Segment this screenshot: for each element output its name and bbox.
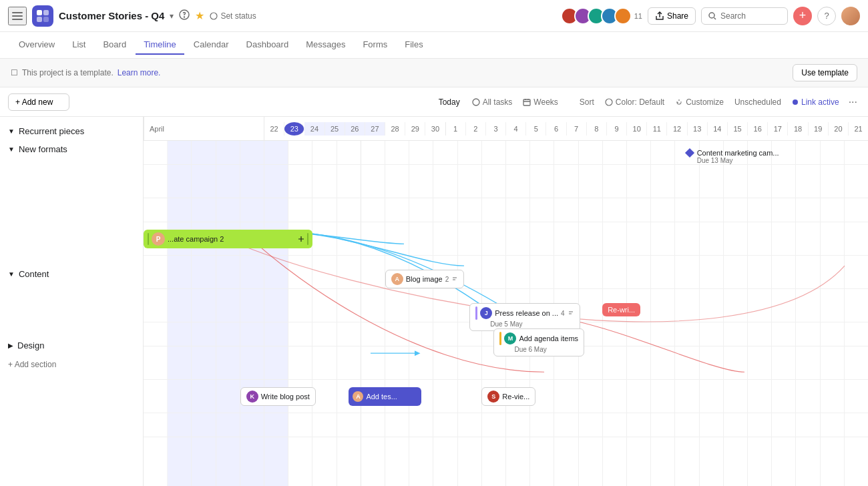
add-agenda-card[interactable]: M Add agenda items Due 6 May xyxy=(493,328,584,356)
tab-dashboard[interactable]: Dashboard xyxy=(238,35,297,55)
title-chevron[interactable]: ▾ xyxy=(170,11,174,21)
link-active-button[interactable]: Link active xyxy=(788,95,843,109)
tab-files[interactable]: Files xyxy=(397,35,431,55)
tab-overview[interactable]: Overview xyxy=(11,35,63,55)
toolbar-left: + Add new xyxy=(8,93,69,111)
set-status-label: Set status xyxy=(220,11,256,21)
tab-board[interactable]: Board xyxy=(95,35,134,55)
day-24: 24 xyxy=(304,122,324,136)
section-toggle-design: ▶ xyxy=(8,342,13,349)
svg-point-11 xyxy=(473,99,479,105)
section-label-newformats: New formats xyxy=(19,144,67,154)
milestone-content-marketing[interactable]: Content marketing cam... Due 13 May xyxy=(686,149,779,164)
tab-timeline[interactable]: Timeline xyxy=(136,35,184,55)
milestone-due: Due 13 May xyxy=(697,157,733,164)
share-button[interactable]: Share xyxy=(648,7,696,25)
tab-list[interactable]: List xyxy=(64,35,93,55)
sidebar-section-content: ▼ Content xyxy=(0,265,143,283)
rewrite-card[interactable]: Re-wri... xyxy=(602,303,640,316)
tab-forms[interactable]: Forms xyxy=(355,35,395,55)
section-label-content: Content xyxy=(19,269,49,279)
section-toggle-content: ▼ xyxy=(8,270,15,278)
day-may-2: 2 xyxy=(466,122,486,136)
press-release-card[interactable]: J Press release on ... 4 Due 5 May xyxy=(469,303,580,331)
all-tasks-button[interactable]: All tasks xyxy=(468,95,517,109)
template-text: This project is a template. xyxy=(22,68,114,77)
svg-point-9 xyxy=(210,13,217,19)
menu-icon[interactable] xyxy=(8,7,27,25)
section-header-content[interactable]: ▼ Content xyxy=(0,265,143,283)
task-avatar-review: S xyxy=(487,391,499,403)
section-label-recurrent: Recurrent pieces xyxy=(19,126,84,136)
help-circle[interactable]: ? xyxy=(817,7,836,25)
svg-rect-3 xyxy=(37,10,42,15)
section-header-newformats[interactable]: ▼ New formats xyxy=(0,140,143,158)
use-template-button[interactable]: Use template xyxy=(793,64,857,81)
day-may-12: 12 xyxy=(667,122,687,136)
search-box[interactable]: Search xyxy=(701,7,788,25)
day-28: 28 xyxy=(385,122,405,136)
day-may-14: 14 xyxy=(708,122,728,136)
svg-rect-1 xyxy=(12,15,23,17)
section-header-design[interactable]: ▶ Design xyxy=(0,336,143,354)
day-may-9: 9 xyxy=(607,122,627,136)
day-may-3: 3 xyxy=(486,122,506,136)
create-campaign-bar[interactable]: P ...ate campaign 2 xyxy=(144,230,312,248)
sort-button[interactable]: Sort xyxy=(565,95,598,109)
timeline-body: Content marketing cam... Due 13 May P ..… xyxy=(144,141,868,486)
write-blog-card[interactable]: K Write blog post xyxy=(240,387,316,406)
customize-button[interactable]: Customize xyxy=(671,95,728,109)
add-new-button[interactable]: + Add new xyxy=(8,93,69,111)
learn-more-link[interactable]: Learn more. xyxy=(118,68,161,77)
unscheduled-button[interactable]: Unscheduled xyxy=(730,95,785,109)
day-may-19: 19 xyxy=(809,122,829,136)
diamond-icon xyxy=(685,148,694,158)
add-tes-label: Add tes... xyxy=(366,393,397,401)
campaign-label: ...ate campaign 2 xyxy=(168,235,224,243)
blog-image-card[interactable]: A Blog image 2 xyxy=(385,270,465,288)
user-avatar[interactable] xyxy=(841,7,860,25)
add-tes-bar[interactable]: A Add tes... xyxy=(349,387,421,406)
tab-calendar[interactable]: Calendar xyxy=(186,35,237,55)
press-due: Due 5 May xyxy=(490,320,574,328)
day-may-16: 16 xyxy=(748,122,768,136)
star-button[interactable]: ★ xyxy=(195,9,204,22)
set-status-button[interactable]: Set status xyxy=(210,11,256,21)
rewrite-label: Re-wri... xyxy=(608,306,635,314)
day-may-4: 4 xyxy=(506,122,526,136)
review-card[interactable]: S Re-vie... xyxy=(481,387,535,406)
template-banner: ☐ This project is a template. Learn more… xyxy=(0,59,868,87)
add-section-button[interactable]: + Add section xyxy=(0,354,143,375)
day-26: 26 xyxy=(345,122,365,136)
sidebar: ▼ Recurrent pieces ▼ New formats ▼ Conte… xyxy=(0,117,144,486)
agenda-label: Add agenda items xyxy=(519,334,578,342)
avatar-count: 11 xyxy=(634,12,642,20)
svg-rect-12 xyxy=(523,99,530,105)
toolbar: + Add new Today All tasks Weeks Sort Col… xyxy=(0,87,868,117)
section-header-recurrent[interactable]: ▼ Recurrent pieces xyxy=(0,122,143,140)
subtask-icon xyxy=(451,276,458,282)
section-toggle-recurrent: ▼ xyxy=(8,128,15,135)
today-button[interactable]: Today xyxy=(433,95,465,109)
day-may-21: 21 xyxy=(849,122,868,136)
search-label: Search xyxy=(720,11,746,21)
day-23-today: 23 xyxy=(284,122,304,136)
section-toggle-newformats: ▼ xyxy=(8,146,15,153)
weeks-button[interactable]: Weeks xyxy=(519,95,562,109)
day-may-20: 20 xyxy=(829,122,849,136)
more-options-button[interactable]: ··· xyxy=(846,93,860,111)
svg-rect-4 xyxy=(43,10,49,15)
day-25: 25 xyxy=(325,122,345,136)
add-button[interactable]: + xyxy=(793,7,812,25)
day-29: 29 xyxy=(405,122,425,136)
day-may-11: 11 xyxy=(647,122,667,136)
template-banner-left: ☐ This project is a template. Learn more… xyxy=(11,68,160,77)
tab-messages[interactable]: Messages xyxy=(298,35,353,55)
day-may-18: 18 xyxy=(788,122,808,136)
color-button[interactable]: Color: Default xyxy=(601,95,668,109)
nav-tabs: Overview List Board Timeline Calendar Da… xyxy=(0,32,868,59)
day-may-13: 13 xyxy=(688,122,708,136)
help-button[interactable] xyxy=(179,9,190,22)
task-avatar: P xyxy=(152,232,165,246)
app-icon xyxy=(32,5,53,27)
